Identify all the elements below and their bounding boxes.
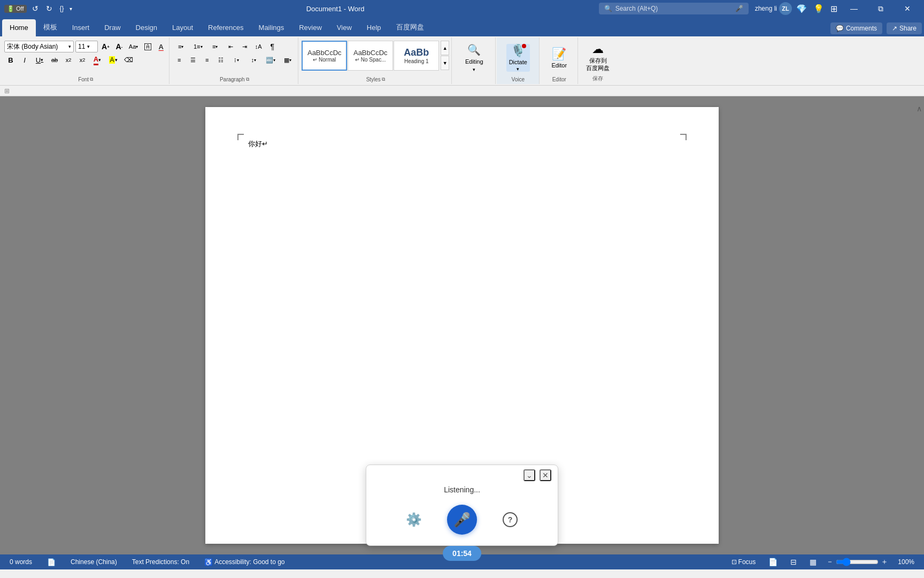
dictation-settings-button[interactable]: ⚙️ — [402, 508, 426, 531]
editor-group-label: Editor — [550, 76, 568, 83]
minimize-button[interactable]: — — [842, 0, 866, 17]
close-button[interactable]: ✕ — [895, 0, 920, 17]
tab-help[interactable]: Help — [359, 19, 389, 36]
apps-icon[interactable]: ⊞ — [828, 3, 840, 15]
tab-mailings[interactable]: Mailings — [251, 19, 292, 36]
align-center-button[interactable]: ☰ — [187, 54, 199, 66]
ruler-area: ⊞ — [0, 86, 924, 96]
subscript-button[interactable]: x2 — [62, 54, 75, 66]
redo-button[interactable]: ↻ — [44, 3, 55, 14]
rewards-icon[interactable]: 💎 — [794, 3, 809, 15]
tab-review[interactable]: Review — [291, 19, 329, 36]
quick-access-icon[interactable]: {} — [58, 4, 66, 13]
word-count-button[interactable]: 0 words — [6, 557, 35, 567]
align-right-button[interactable]: ≡ — [201, 54, 213, 66]
increase-font-button[interactable]: A+ — [99, 41, 112, 52]
undo-button[interactable]: ↺ — [30, 3, 41, 14]
layout-icon[interactable]: ⊞ — [4, 87, 10, 95]
styles-expand-icon[interactable]: ⧉ — [382, 77, 385, 82]
decrease-font-button[interactable]: A- — [113, 41, 125, 52]
dictate-button[interactable]: 🎙️ Dictate ▾ — [506, 44, 530, 72]
shading-button[interactable]: ⌫ — [122, 54, 135, 66]
zoom-slider[interactable]: － ＋ — [826, 557, 888, 567]
zoom-range-input[interactable] — [836, 558, 879, 566]
font-expand-icon[interactable]: ⧉ — [90, 77, 93, 82]
shading-para-button[interactable]: 🔤▾ — [263, 54, 279, 66]
bold-button[interactable]: B — [4, 54, 17, 66]
tab-draw[interactable]: Draw — [97, 19, 128, 36]
text-effects-button[interactable]: A — [155, 41, 167, 52]
style-no-spacing[interactable]: AaBbCcDc ↵ No Spac... — [348, 41, 393, 71]
italic-button[interactable]: I — [18, 54, 31, 66]
print-layout-button[interactable]: 📄 — [765, 557, 781, 567]
focus-button[interactable]: ⊡ Focus — [728, 557, 759, 567]
borders-button[interactable]: ▦▾ — [280, 54, 296, 66]
dictation-status: Listening... — [366, 483, 558, 500]
text-predictions-button[interactable]: Text Predictions: On — [129, 557, 192, 567]
baidu-save-button[interactable]: ☁ 保存到百度网盘 — [583, 43, 612, 71]
dictation-help-button[interactable]: ? — [498, 508, 522, 531]
styles-scroll-up[interactable]: ▲ — [441, 41, 449, 55]
style-heading1[interactable]: AaBb Heading 1 — [394, 41, 439, 71]
underline-button[interactable]: U▾ — [32, 54, 47, 66]
statusbar-right: ⊡ Focus 📄 ⊟ ▦ － ＋ 100% — [728, 557, 918, 567]
quick-access-dropdown[interactable]: ▾ — [70, 6, 72, 12]
numbering-button[interactable]: 1≡▾ — [190, 41, 206, 52]
microphone-icon[interactable]: 🎤 — [735, 5, 743, 12]
superscript-button[interactable]: x2 — [76, 54, 89, 66]
read-view-button[interactable]: ▦ — [806, 557, 820, 567]
show-marks-button[interactable]: ¶ — [266, 41, 279, 52]
dictation-close-button[interactable]: ✕ — [540, 469, 551, 481]
zoom-level-button[interactable]: 100% — [895, 557, 918, 567]
columns-button[interactable]: ⫶▾ — [228, 54, 244, 66]
tab-home[interactable]: Home — [2, 19, 36, 36]
battery-off-icon: 🔋 Off — [4, 5, 27, 13]
corner-mark-topright — [680, 134, 687, 140]
tab-baidu[interactable]: 百度网盘 — [389, 19, 432, 36]
editing-button[interactable]: 🔍 Editing ▾ — [463, 44, 486, 72]
decrease-indent-button[interactable]: ⇤ — [224, 41, 237, 52]
zoom-out-button[interactable]: － — [826, 557, 834, 567]
accessibility-icon: ♿ — [204, 558, 213, 566]
clear-format-button[interactable]: 🄰 — [142, 41, 153, 52]
proofing-button[interactable]: 📄 — [44, 557, 59, 567]
change-case-button[interactable]: Aa▾ — [127, 41, 140, 52]
tab-references[interactable]: References — [201, 19, 251, 36]
zoom-in-button[interactable]: ＋ — [881, 557, 888, 567]
tab-insert[interactable]: Insert — [65, 19, 97, 36]
ribbon-collapse-button[interactable]: ∧ — [917, 104, 922, 113]
web-layout-button[interactable]: ⊟ — [787, 557, 800, 567]
font-family-selector[interactable]: 宋体 (Body Asian) ▾ — [4, 41, 74, 52]
search-bar[interactable]: 🔍 Search (Alt+Q) 🎤 — [599, 3, 749, 14]
strikethrough-button[interactable]: ab — [48, 54, 61, 66]
lightbulb-icon[interactable]: 💡 — [811, 3, 826, 15]
restore-button[interactable]: ⧉ — [868, 0, 893, 17]
dictation-collapse-button[interactable]: ⌄ — [523, 469, 535, 481]
line-spacing-button[interactable]: ↕▾ — [245, 54, 261, 66]
comments-button[interactable]: 💬 Comments — [830, 22, 882, 34]
accessibility-button[interactable]: ♿ Accessibility: Good to go — [201, 557, 288, 567]
dictation-mic-button[interactable]: 🎤 — [447, 505, 477, 535]
document-content[interactable]: 你好↵ — [248, 139, 676, 149]
justify-button[interactable]: ☷ — [214, 54, 227, 66]
user-avatar[interactable]: ZL — [779, 2, 792, 15]
tab-template[interactable]: 模板 — [36, 19, 65, 36]
editor-button[interactable]: 📝 Editor — [549, 44, 569, 72]
styles-scroll-down[interactable]: ▼ — [441, 56, 449, 70]
increase-indent-button[interactable]: ⇥ — [238, 41, 251, 52]
tab-design[interactable]: Design — [128, 19, 165, 36]
multilevel-button[interactable]: ≡▾ — [207, 41, 223, 52]
share-button[interactable]: ↗ Share — [887, 22, 922, 34]
highlight-button[interactable]: A▾ — [106, 54, 121, 66]
font-color-button[interactable]: A▾ — [90, 54, 105, 66]
timer-badge[interactable]: 01:54 — [443, 546, 481, 561]
font-size-selector[interactable]: 11 ▾ — [75, 41, 98, 52]
style-normal[interactable]: AaBbCcDc ↵ Normal — [302, 41, 347, 71]
paragraph-expand-icon[interactable]: ⧉ — [246, 77, 249, 82]
language-button[interactable]: Chinese (China) — [67, 557, 120, 567]
tab-layout[interactable]: Layout — [165, 19, 201, 36]
tab-view[interactable]: View — [329, 19, 359, 36]
align-left-button[interactable]: ≡ — [173, 54, 186, 66]
sort-button[interactable]: ↕A — [252, 41, 265, 52]
bullets-button[interactable]: ≡▾ — [173, 41, 189, 52]
